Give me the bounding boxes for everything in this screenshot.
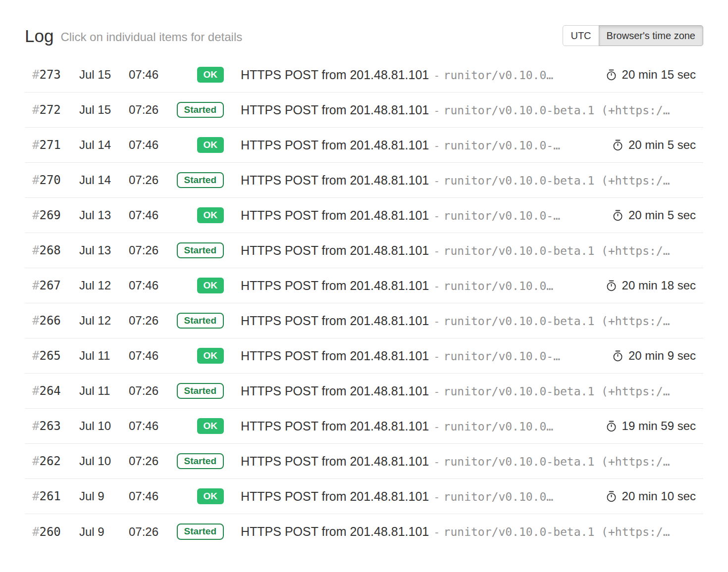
event-message-text: HTTPS POST from 201.48.81.101	[241, 384, 429, 398]
message-separator: -	[435, 350, 438, 363]
log-row[interactable]: #271 Jul 14 07:46 OK HTTPS POST from 201…	[25, 128, 703, 163]
event-time: 07:26	[129, 384, 161, 398]
event-number: #272	[32, 103, 79, 117]
event-message-text: HTTPS POST from 201.48.81.101	[241, 349, 429, 363]
log-row[interactable]: #267 Jul 12 07:46 OK HTTPS POST from 201…	[25, 268, 703, 303]
log-row[interactable]: #261 Jul 9 07:46 OK HTTPS POST from 201.…	[25, 479, 703, 514]
browser-timezone-button[interactable]: Browser's time zone	[599, 25, 703, 46]
event-duration-text: 20 min 15 sec	[622, 68, 696, 82]
event-duration-text: 20 min 9 sec	[628, 349, 696, 363]
event-date: Jul 13	[79, 243, 129, 257]
log-row[interactable]: #273 Jul 15 07:46 OK HTTPS POST from 201…	[25, 57, 703, 93]
hash-prefix: #	[32, 138, 39, 152]
event-duration-text: 20 min 5 sec	[628, 208, 696, 222]
event-number-value: 260	[39, 525, 60, 539]
event-date: Jul 13	[79, 208, 129, 222]
event-message-text: HTTPS POST from 201.48.81.101	[241, 489, 429, 503]
event-message-text: HTTPS POST from 201.48.81.101	[241, 138, 429, 152]
event-message: HTTPS POST from 201.48.81.101-runitor/v0…	[241, 208, 605, 223]
event-date: Jul 14	[79, 173, 129, 187]
status-badge: OK	[197, 348, 224, 364]
log-row[interactable]: #262 Jul 10 07:26 Started HTTPS POST fro…	[25, 444, 703, 479]
event-time: 07:26	[129, 454, 161, 468]
event-number: #261	[32, 489, 79, 503]
event-message-text: HTTPS POST from 201.48.81.101	[241, 524, 429, 538]
log-row[interactable]: #263 Jul 10 07:46 OK HTTPS POST from 201…	[25, 409, 703, 444]
log-row[interactable]: #272 Jul 15 07:26 Started HTTPS POST fro…	[25, 93, 703, 128]
event-number-value: 272	[39, 103, 60, 117]
status-badge: OK	[197, 137, 224, 153]
hash-prefix: #	[32, 454, 39, 468]
event-date: Jul 15	[79, 68, 129, 82]
message-separator: -	[435, 526, 438, 538]
status-badge: Started	[177, 383, 224, 399]
event-number: #269	[32, 208, 79, 222]
event-duration: 20 min 9 sec	[612, 349, 696, 363]
event-duration: 20 min 15 sec	[606, 68, 696, 82]
log-row[interactable]: #260 Jul 9 07:26 Started HTTPS POST from…	[25, 514, 703, 549]
message-separator: -	[435, 104, 438, 117]
stopwatch-icon	[606, 69, 617, 81]
event-message: HTTPS POST from 201.48.81.101-runitor/v0…	[241, 349, 605, 363]
stopwatch-icon	[606, 280, 617, 291]
status-badge: Started	[177, 102, 224, 118]
event-number-value: 273	[39, 68, 60, 82]
status-badge-cell: OK	[161, 418, 224, 434]
event-message: HTTPS POST from 201.48.81.101-runitor/v0…	[241, 489, 599, 504]
status-badge: Started	[177, 242, 224, 259]
hash-prefix: #	[32, 103, 39, 117]
event-number-value: 266	[39, 314, 60, 328]
event-message-text: HTTPS POST from 201.48.81.101	[241, 103, 429, 117]
hash-prefix: #	[32, 208, 39, 222]
event-number-value: 262	[39, 454, 60, 468]
event-time: 07:26	[129, 314, 161, 328]
message-separator: -	[435, 456, 438, 468]
status-badge-cell: Started	[161, 383, 224, 399]
event-number: #273	[32, 68, 79, 82]
event-duration: 19 min 59 sec	[606, 419, 696, 433]
status-badge-cell: OK	[161, 137, 224, 153]
stopwatch-icon	[612, 210, 624, 221]
event-number-value: 269	[39, 208, 60, 222]
stopwatch-icon	[606, 491, 617, 502]
status-badge: OK	[197, 488, 224, 505]
event-number: #264	[32, 384, 79, 398]
hash-prefix: #	[32, 279, 39, 292]
log-row[interactable]: #266 Jul 12 07:26 Started HTTPS POST fro…	[25, 303, 703, 338]
event-user-agent: runitor/v0.10.0-beta.1 (+https:/…	[444, 455, 670, 468]
event-message-text: HTTPS POST from 201.48.81.101	[241, 68, 429, 82]
log-row[interactable]: #270 Jul 14 07:26 Started HTTPS POST fro…	[25, 163, 703, 198]
stopwatch-icon	[606, 421, 617, 432]
status-badge: OK	[197, 278, 224, 294]
utc-button[interactable]: UTC	[563, 25, 599, 46]
message-separator: -	[435, 491, 438, 503]
message-separator: -	[435, 245, 438, 257]
event-number: #266	[32, 314, 79, 328]
page-title: Log	[25, 27, 53, 45]
event-message: HTTPS POST from 201.48.81.101-runitor/v0…	[241, 524, 696, 539]
event-number: #265	[32, 349, 79, 363]
event-time: 07:26	[129, 243, 161, 257]
event-date: Jul 10	[79, 419, 129, 433]
status-badge: Started	[177, 453, 224, 470]
event-user-agent: runitor/v0.10.0-…	[444, 209, 560, 222]
event-time: 07:26	[129, 173, 161, 187]
event-number-value: 267	[39, 279, 60, 292]
log-row[interactable]: #268 Jul 13 07:26 Started HTTPS POST fro…	[25, 233, 703, 268]
log-row[interactable]: #269 Jul 13 07:46 OK HTTPS POST from 201…	[25, 198, 703, 233]
event-message: HTTPS POST from 201.48.81.101-runitor/v0…	[241, 384, 696, 398]
status-badge-cell: OK	[161, 488, 224, 505]
log-row[interactable]: #264 Jul 11 07:26 Started HTTPS POST fro…	[25, 374, 703, 409]
event-number: #262	[32, 454, 79, 468]
log-row[interactable]: #265 Jul 11 07:46 OK HTTPS POST from 201…	[25, 338, 703, 374]
event-user-agent: runitor/v0.10.0-…	[444, 350, 560, 363]
event-time: 07:46	[129, 419, 161, 433]
event-time: 07:46	[129, 68, 161, 82]
event-date: Jul 14	[79, 138, 129, 152]
event-duration: 20 min 10 sec	[606, 489, 696, 503]
page-header: Log Click on individual items for detail…	[25, 0, 703, 48]
event-user-agent: runitor/v0.10.0…	[444, 420, 554, 433]
event-duration-text: 20 min 18 sec	[622, 279, 696, 292]
event-time: 07:46	[129, 138, 161, 152]
event-number-value: 265	[39, 349, 60, 363]
